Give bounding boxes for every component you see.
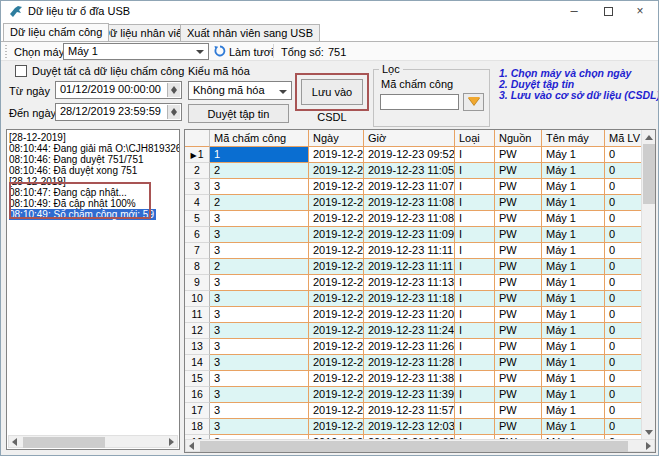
table-cell[interactable]: 2019-12-23 11:09:55 — [364, 227, 455, 243]
table-row[interactable]: 1232019-12-232019-12-23 11:24:43IPWMáy 1… — [185, 323, 643, 339]
table-cell[interactable]: 2019-12-23 11:18:11 — [364, 291, 455, 307]
table-cell[interactable]: 3 — [210, 307, 309, 323]
table-row[interactable]: 222019-12-232019-12-23 11:05:53IPWMáy 10 — [185, 163, 643, 179]
table-cell[interactable]: 3 — [210, 211, 309, 227]
table-cell[interactable]: Máy 1 — [542, 147, 605, 163]
column-header[interactable]: Giờ — [364, 130, 455, 147]
table-cell[interactable]: 2019-12-23 — [309, 339, 364, 355]
table-vertical-scrollbar[interactable] — [641, 130, 655, 440]
table-row[interactable]: 932019-12-232019-12-23 11:13:23IPWMáy 10 — [185, 275, 643, 291]
row-header-cell[interactable]: 5 — [185, 211, 210, 227]
table-cell[interactable]: 2019-12-23 — [309, 147, 364, 163]
table-row[interactable]: 1532019-12-232019-12-23 11:38:03IPWMáy 1… — [185, 371, 643, 387]
table-cell[interactable]: Máy 1 — [542, 275, 605, 291]
table-cell[interactable]: 3 — [210, 355, 309, 371]
table-cell[interactable]: 2019-12-23 — [309, 211, 364, 227]
table-cell[interactable]: 2019-12-23 11:20:52 — [364, 307, 455, 323]
row-header-cell[interactable]: 2 — [185, 163, 210, 179]
column-header[interactable]: Loại — [455, 130, 495, 147]
table-cell[interactable]: 2019-12-23 — [309, 195, 364, 211]
refresh-button[interactable]: Làm tươi — [229, 46, 274, 58]
log-line[interactable]: 08:10:46: Đã duyệt xong 751 — [9, 165, 179, 176]
row-header-cell[interactable]: 6 — [185, 227, 210, 243]
table-cell[interactable]: 0 — [605, 211, 643, 227]
scroll-left-icon[interactable] — [12, 438, 17, 446]
table-cell[interactable]: PW — [495, 387, 542, 403]
table-cell[interactable]: Máy 1 — [542, 403, 605, 419]
table-cell[interactable]: 3 — [210, 387, 309, 403]
tab-xuat-nhan-vien-usb[interactable]: Xuất nhân viên sang USB — [180, 24, 320, 41]
encoding-select[interactable]: Không mã hóa — [188, 81, 292, 100]
table-cell[interactable]: Máy 1 — [542, 371, 605, 387]
table-cell[interactable]: Máy 1 — [542, 179, 605, 195]
table-cell[interactable]: 0 — [605, 275, 643, 291]
spinner-icon[interactable] — [167, 83, 180, 97]
table-cell[interactable]: 0 — [605, 259, 643, 275]
table-cell[interactable]: I — [455, 211, 495, 227]
table-cell[interactable]: Máy 1 — [542, 243, 605, 259]
table-cell[interactable]: 0 — [605, 243, 643, 259]
scroll-down-icon[interactable] — [645, 430, 653, 435]
table-cell[interactable]: I — [455, 163, 495, 179]
row-header-cell[interactable]: ▶1 — [185, 147, 210, 163]
table-cell[interactable]: 2019-12-23 — [309, 355, 364, 371]
row-header-cell[interactable]: 18 — [185, 419, 210, 435]
table-cell[interactable]: PW — [495, 195, 542, 211]
table-cell[interactable]: Máy 1 — [542, 307, 605, 323]
table-row[interactable]: 422019-12-232019-12-23 11:08:40IPWMáy 10 — [185, 195, 643, 211]
row-header-cell[interactable]: 9 — [185, 275, 210, 291]
table-cell[interactable]: 2019-12-23 09:52:48 — [364, 147, 455, 163]
log-line[interactable]: [28-12-2019] — [9, 132, 179, 143]
table-cell[interactable]: I — [455, 243, 495, 259]
table-row[interactable]: 1432019-12-232019-12-23 11:28:23IPWMáy 1… — [185, 355, 643, 371]
table-cell[interactable]: I — [455, 147, 495, 163]
table-cell[interactable]: 3 — [210, 227, 309, 243]
table-cell[interactable]: PW — [495, 291, 542, 307]
table-cell[interactable]: 0 — [605, 371, 643, 387]
table-row[interactable]: 532019-12-232019-12-23 11:08:47IPWMáy 10 — [185, 211, 643, 227]
row-header-cell[interactable]: 3 — [185, 179, 210, 195]
table-cell[interactable]: 3 — [210, 179, 309, 195]
table-cell[interactable]: 2019-12-23 — [309, 403, 364, 419]
table-cell[interactable]: PW — [495, 179, 542, 195]
scrollbar-thumb[interactable] — [200, 441, 628, 452]
row-header-cell[interactable]: 17 — [185, 403, 210, 419]
table-cell[interactable]: 0 — [605, 387, 643, 403]
table-cell[interactable]: 2019-12-23 11:38:03 — [364, 371, 455, 387]
table-cell[interactable]: I — [455, 403, 495, 419]
table-cell[interactable]: PW — [495, 403, 542, 419]
table-cell[interactable]: 3 — [210, 243, 309, 259]
table-cell[interactable]: 2019-12-23 11:39:35 — [364, 387, 455, 403]
table-cell[interactable]: 3 — [210, 339, 309, 355]
table-row[interactable]: 1332019-12-232019-12-23 11:26:13IPWMáy 1… — [185, 339, 643, 355]
table-cell[interactable]: 0 — [605, 147, 643, 163]
table-row[interactable]: 822019-12-232019-12-23 11:11:52IPWMáy 10 — [185, 259, 643, 275]
table-cell[interactable]: Máy 1 — [542, 339, 605, 355]
close-button[interactable]: × — [624, 1, 656, 23]
column-header[interactable]: Tên máy — [542, 130, 605, 147]
table-cell[interactable]: 0 — [605, 323, 643, 339]
table-row[interactable]: 1132019-12-232019-12-23 11:20:52IPWMáy 1… — [185, 307, 643, 323]
table-cell[interactable]: 0 — [605, 163, 643, 179]
row-header-cell[interactable]: 15 — [185, 371, 210, 387]
table-cell[interactable]: 2019-12-23 11:08:40 — [364, 195, 455, 211]
table-cell[interactable]: 0 — [605, 195, 643, 211]
filter-button[interactable] — [463, 93, 484, 111]
table-cell[interactable]: Máy 1 — [542, 211, 605, 227]
table-cell[interactable]: 3 — [210, 419, 309, 435]
table-cell[interactable]: 2019-12-23 11:07:26 — [364, 179, 455, 195]
table-cell[interactable]: I — [455, 355, 495, 371]
table-cell[interactable]: 2019-12-23 11:08:47 — [364, 211, 455, 227]
minimize-button[interactable]: – — [558, 1, 590, 23]
table-row[interactable]: 1732019-12-232019-12-23 11:57:49IPWMáy 1… — [185, 403, 643, 419]
scroll-up-icon[interactable] — [645, 135, 653, 140]
to-date-picker[interactable]: 28/12/2019 23:59:59 — [55, 103, 182, 121]
table-cell[interactable]: Máy 1 — [542, 163, 605, 179]
tab-du-lieu-cham-cong[interactable]: Dữ liệu chấm công — [3, 23, 109, 41]
table-cell[interactable]: 2019-12-23 — [309, 275, 364, 291]
row-header-cell[interactable]: 12 — [185, 323, 210, 339]
table-cell[interactable]: I — [455, 371, 495, 387]
table-cell[interactable]: I — [455, 195, 495, 211]
table-cell[interactable]: 2019-12-23 — [309, 419, 364, 435]
table-cell[interactable]: 0 — [605, 179, 643, 195]
